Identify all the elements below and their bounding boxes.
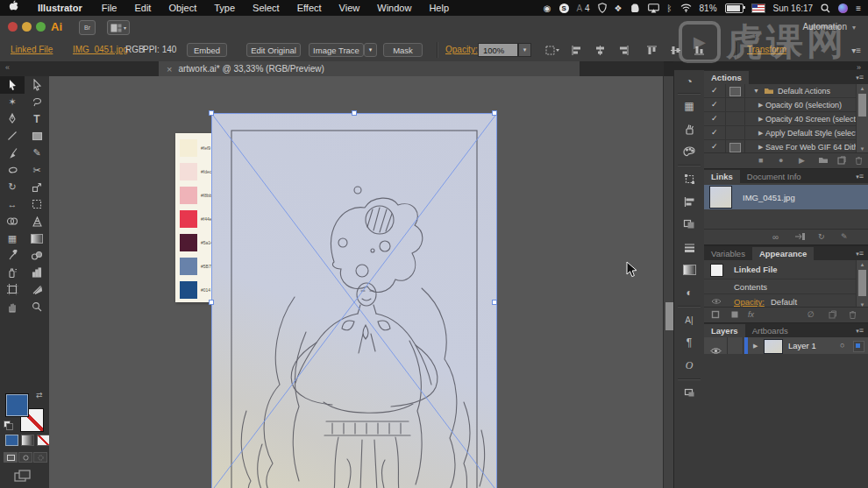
airplay-icon[interactable] [648,2,659,14]
bluetooth-icon[interactable]: ᛒ [667,2,672,14]
align-bottom-icon[interactable] [694,46,704,57]
screen-record-icon[interactable]: ◉ [544,2,551,14]
tab-variables[interactable]: Variables [704,247,752,260]
layer-selection-indicator[interactable] [853,341,864,352]
tool-zoom[interactable] [25,299,49,316]
wifi-icon[interactable] [680,2,692,14]
tool-free-transform[interactable] [25,196,49,214]
tool-symbol-sprayer[interactable] [0,265,25,282]
tool-perspective-grid[interactable] [25,213,49,230]
scrollbar-thumb[interactable] [665,302,673,330]
arrange-documents-button[interactable]: ▾ [107,20,130,35]
tab-appearance[interactable]: Appearance [752,247,814,260]
tool-scale[interactable] [25,179,49,196]
menubar-clock[interactable]: Sun 16:17 [773,2,814,14]
actions-panel-menu-icon[interactable]: ▾≡ [856,73,864,81]
appearance-row-linked-file[interactable]: Linked File [704,260,857,279]
notification-center-icon[interactable]: ≡ [856,2,861,14]
skype-icon[interactable]: S [559,2,569,14]
action-row[interactable]: ✓ ▼ Default Actions [704,84,857,98]
mask-button[interactable]: Mask [383,43,423,57]
menu-help[interactable]: Help [420,0,458,16]
add-effect-icon[interactable]: fx [748,310,754,319]
color-panel-icon[interactable] [674,142,704,161]
tool-gradient[interactable] [25,230,49,248]
transform-link[interactable]: Transform [747,45,786,54]
record-action-icon[interactable]: ● [779,156,783,165]
image-trace-button[interactable]: Image Trace [309,43,364,57]
menu-select[interactable]: Select [244,0,288,16]
clear-appearance-icon[interactable]: ∅ [808,310,815,319]
apple-menu-icon[interactable] [0,0,27,16]
edit-original-icon[interactable]: ✎ [841,232,848,241]
tool-shaper[interactable] [0,162,25,180]
swap-fill-stroke-icon[interactable]: ⇄ [36,391,43,400]
tool-magic-wand[interactable]: ✶ [0,94,25,111]
menu-object[interactable]: Object [160,0,205,16]
selection-type-link[interactable]: Linked File [11,45,53,54]
menu-effect[interactable]: Effect [288,0,331,16]
app-badge-icon[interactable]: A 4 [577,2,590,14]
swatches-icon[interactable]: ▦ [674,96,704,116]
shield-icon[interactable] [598,2,607,14]
delete-action-icon[interactable] [855,156,863,166]
align-to-selection-dropdown[interactable] [545,46,559,57]
image-trace-dropdown[interactable]: ▾ [364,43,377,57]
align-top-icon[interactable] [647,46,657,57]
screen-mode-icon[interactable] [14,470,32,485]
tool-hand[interactable] [0,299,25,316]
relink-icon[interactable]: ∞ [772,232,779,242]
tool-artboard[interactable] [0,281,25,299]
tab-actions[interactable]: Actions [704,71,749,84]
delete-item-icon[interactable] [849,310,857,321]
fill-color-swatch[interactable] [5,393,29,417]
align-right-icon[interactable] [619,46,629,57]
actions-scrollbar[interactable]: ▲ ▼ [856,84,868,153]
zoom-window-button[interactable] [36,22,46,32]
layer-name[interactable]: Layer 1 [788,341,816,350]
tool-shape-builder[interactable] [0,213,25,230]
menu-edit[interactable]: Edit [125,0,160,16]
opacity-link[interactable]: Opacity: [445,45,478,54]
new-fill-icon[interactable] [730,310,739,321]
align-left-icon[interactable] [572,46,581,57]
play-action-icon[interactable]: ▶ [799,156,805,165]
duplicate-item-icon[interactable] [829,310,837,321]
menu-file[interactable]: File [93,0,126,16]
tool-blend[interactable] [25,247,49,265]
close-tab-icon[interactable]: × [167,64,172,74]
close-window-button[interactable] [8,22,18,32]
new-set-icon[interactable] [818,156,829,166]
layer-target-icon[interactable]: ○ [840,341,844,350]
tool-pen[interactable] [0,110,25,128]
spotlight-icon[interactable] [821,2,830,14]
stroke-panel-icon[interactable] [674,237,704,257]
action-row[interactable]: ✓ ▶ Apply Default Style (select... [704,126,857,140]
layers-panel-menu-icon[interactable]: ▾≡ [856,326,864,335]
selection-handle[interactable] [352,110,357,116]
color-guide-icon[interactable]: ◔ [674,72,704,91]
align-panel-icon[interactable] [674,192,704,211]
tab-document-info[interactable]: Document Info [740,170,808,183]
appearance-panel-menu-icon[interactable]: ▾≡ [856,249,864,258]
draw-normal-button[interactable] [4,452,18,463]
draw-inside-button[interactable] [33,452,47,463]
tool-direct-selection[interactable] [25,76,49,94]
opentype-panel-icon[interactable]: O [674,356,704,375]
appearance-scrollbar[interactable]: ▲ ▼ [856,260,868,309]
siri-icon[interactable] [838,2,848,14]
canvas[interactable]: #fef9 #fdec #f8bb #f44e #5a14 #5B79 #014 [49,76,663,488]
opacity-dropdown[interactable]: ▾ [518,43,531,57]
input-language-flag-icon[interactable] [751,2,765,14]
go-to-link-icon[interactable] [794,232,806,243]
tool-pencil[interactable]: ✎ [25,145,49,162]
character-panel-icon[interactable]: A| [674,310,704,329]
selection-handle[interactable] [209,110,214,116]
tab-links[interactable]: Links [704,170,740,183]
linked-filename[interactable]: IMG_0451.jpg [73,45,128,54]
embed-button[interactable]: Embed [187,43,227,57]
action-row[interactable]: ✓ ▶ Opacity 60 (selection) [704,98,857,112]
gradient-mode-button[interactable] [21,435,34,446]
navigator-panel-icon[interactable] [674,383,704,402]
tool-lasso[interactable] [25,94,49,111]
